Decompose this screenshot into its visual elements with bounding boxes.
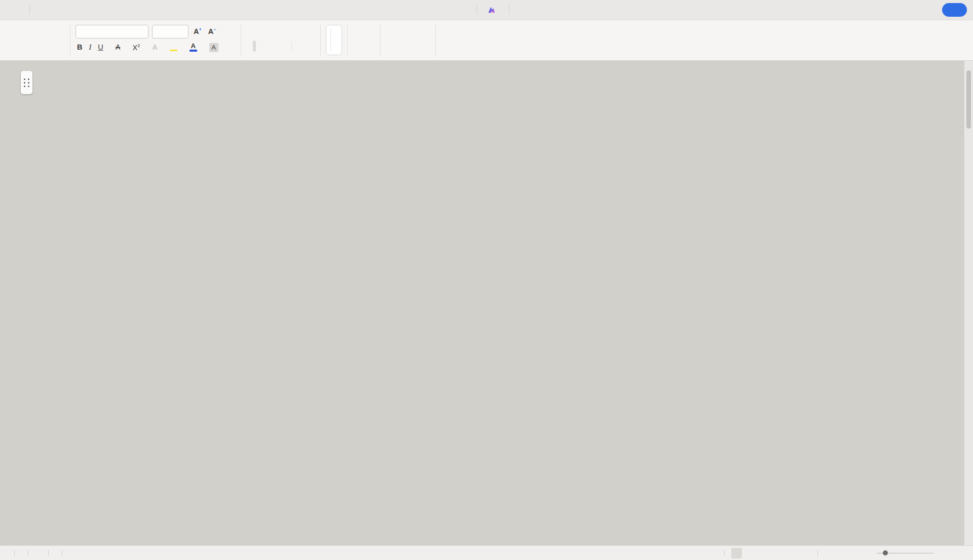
gallery-scroll-down-icon[interactable] [333, 36, 340, 43]
cut-icon[interactable] [56, 28, 65, 37]
superscript-icon[interactable]: X2 [131, 42, 147, 53]
zoom-menu-icon[interactable] [848, 551, 853, 555]
bold-icon[interactable]: B [76, 42, 84, 53]
print-icon[interactable] [71, 5, 82, 15]
arrange-button[interactable] [485, 28, 508, 50]
zoom-out-icon[interactable] [859, 548, 870, 558]
decrease-font-icon[interactable]: A− [207, 26, 218, 37]
title-bar [0, 0, 973, 20]
line-spacing-icon[interactable] [279, 41, 287, 52]
group-expander-icon[interactable] [63, 54, 68, 59]
web-view-icon[interactable] [783, 548, 794, 558]
status-spellcheck[interactable] [35, 551, 42, 555]
share-arrow-icon [949, 6, 957, 14]
scrollbar-thumb[interactable] [966, 70, 971, 129]
group-expander-icon[interactable] [373, 54, 378, 59]
style-set-button[interactable] [353, 28, 375, 50]
scroll-up-icon[interactable] [965, 62, 972, 68]
wrap-mark-icon[interactable] [293, 26, 301, 37]
decrease-indent-icon[interactable] [269, 26, 272, 37]
previous-page-icon[interactable] [965, 528, 972, 534]
print-preview-icon[interactable] [89, 5, 99, 15]
outline-view-icon[interactable] [749, 548, 759, 558]
text-effects-icon[interactable]: A [151, 42, 164, 53]
cloud-upload-icon[interactable] [923, 4, 935, 16]
shading-icon[interactable] [296, 41, 304, 52]
layout-button[interactable] [463, 28, 485, 50]
align-right-icon[interactable] [259, 41, 263, 52]
character-scale-icon[interactable] [282, 26, 289, 37]
copy-icon[interactable] [56, 42, 65, 51]
ai-layout-icon [445, 29, 459, 42]
share-button[interactable] [942, 3, 967, 17]
scroll-down-icon[interactable] [965, 518, 972, 525]
clear-format-icon[interactable] [233, 26, 236, 37]
highlight-color-icon[interactable] [168, 42, 184, 53]
eye-protection-icon[interactable] [707, 548, 718, 558]
document-canvas[interactable] [0, 60, 973, 546]
increase-indent-icon[interactable] [275, 26, 278, 37]
increase-font-icon[interactable]: A+ [192, 26, 203, 37]
style-set-group [349, 20, 379, 60]
borders-icon[interactable] [308, 41, 315, 52]
layout-group [437, 20, 512, 60]
save-icon[interactable] [37, 5, 47, 15]
select-cursor-icon [413, 29, 426, 42]
zoom-slider[interactable] [877, 549, 933, 556]
collapse-ribbon-icon[interactable] [964, 51, 970, 57]
strikethrough-icon[interactable]: A [114, 42, 128, 53]
gallery-scroll-up-icon[interactable] [333, 28, 340, 35]
style-set-icon [357, 29, 370, 42]
format-painter-button[interactable] [8, 30, 30, 48]
wps-writer-window: A+ A− B I U A X2 A A [0, 0, 973, 560]
font-name-select[interactable] [76, 25, 148, 38]
read-mode-icon[interactable] [766, 548, 776, 558]
font-color-icon[interactable]: A [188, 42, 204, 53]
select-button[interactable] [408, 28, 430, 50]
next-page-icon[interactable] [965, 537, 972, 544]
font-size-select[interactable] [152, 25, 189, 38]
text-layout-icon[interactable] [311, 26, 314, 37]
page-view-icon[interactable] [731, 548, 742, 558]
sort-icon[interactable] [304, 26, 307, 37]
align-left-icon[interactable] [246, 41, 249, 52]
ink-annotate-icon[interactable] [800, 548, 811, 558]
ai-layout-button[interactable] [441, 28, 463, 50]
find-replace-icon [390, 29, 403, 42]
underline-icon[interactable]: U [96, 42, 110, 53]
distribute-icon[interactable] [273, 41, 276, 52]
font-group: A+ A− B I U A X2 A A [71, 20, 240, 60]
global-menu-icon[interactable] [7, 5, 17, 15]
search-icon[interactable] [517, 5, 527, 15]
align-center-icon[interactable] [253, 41, 256, 52]
character-shading-icon[interactable]: A [208, 42, 220, 53]
arrange-icon [490, 29, 503, 42]
bullet-list-icon[interactable] [246, 26, 254, 37]
italic-icon[interactable]: I [87, 42, 93, 53]
gallery-more-icon[interactable] [333, 45, 340, 51]
chevron-down-icon [140, 29, 144, 34]
paste-button[interactable] [30, 28, 53, 50]
chevron-down-icon [180, 29, 184, 34]
zoom-in-icon[interactable] [940, 548, 951, 558]
fit-page-icon[interactable] [825, 548, 835, 558]
phonetic-guide-icon[interactable] [221, 26, 229, 37]
styles-group [322, 20, 346, 60]
page-drag-handle[interactable] [21, 71, 32, 94]
menu-tabs [477, 0, 527, 20]
tab-wps-ai[interactable] [477, 6, 509, 14]
fullscreen-icon[interactable] [957, 548, 968, 558]
find-replace-button[interactable] [386, 28, 408, 50]
vertical-scrollbar[interactable] [964, 60, 973, 546]
status-bar [0, 545, 973, 560]
export-pdf-icon[interactable] [54, 5, 64, 15]
chevron-down-icon [40, 45, 45, 49]
group-expander-icon[interactable] [314, 54, 318, 59]
undo-icon[interactable] [106, 5, 116, 15]
group-expander-icon[interactable] [234, 54, 239, 59]
justify-icon[interactable] [266, 41, 269, 52]
numbered-list-icon[interactable] [257, 26, 265, 37]
redo-icon[interactable] [123, 5, 133, 15]
format-painter-icon [13, 31, 26, 44]
quick-toolbar-more-icon[interactable] [140, 5, 151, 15]
